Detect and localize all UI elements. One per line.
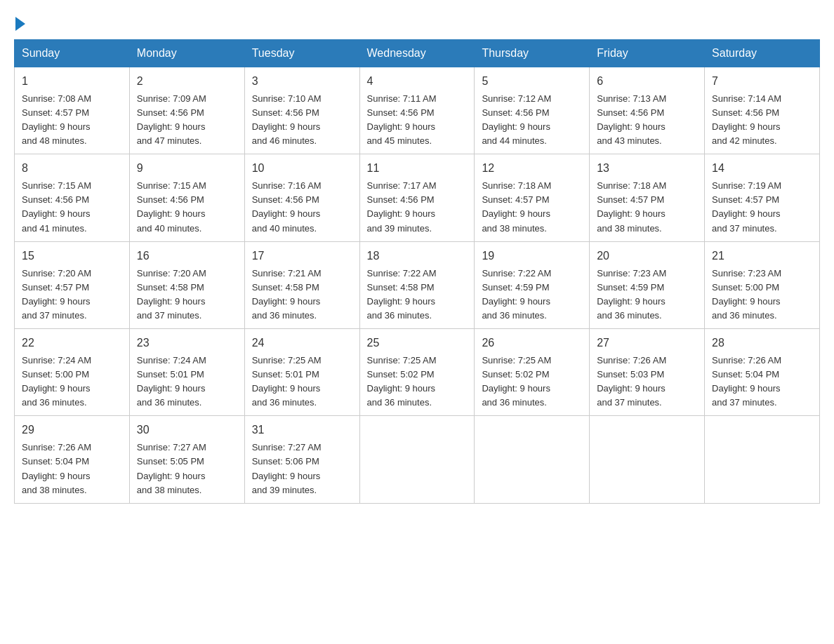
weekday-header-monday: Monday — [129, 40, 244, 67]
day-number: 7 — [712, 73, 812, 90]
day-number: 5 — [482, 73, 582, 90]
weekday-header-saturday: Saturday — [705, 40, 820, 67]
day-number: 26 — [482, 335, 582, 352]
day-number: 2 — [137, 73, 237, 90]
day-number: 17 — [252, 248, 352, 265]
day-number: 4 — [367, 73, 468, 90]
day-info: Sunrise: 7:23 AMSunset: 5:00 PMDaylight:… — [712, 268, 781, 321]
day-number: 15 — [22, 248, 122, 265]
weekday-header-sunday: Sunday — [15, 40, 130, 67]
day-info: Sunrise: 7:20 AMSunset: 4:58 PMDaylight:… — [137, 268, 206, 321]
calendar-cell: 2Sunrise: 7:09 AMSunset: 4:56 PMDaylight… — [129, 67, 244, 154]
day-number: 27 — [597, 335, 697, 352]
day-info: Sunrise: 7:17 AMSunset: 4:56 PMDaylight:… — [367, 180, 437, 233]
day-number: 14 — [712, 160, 812, 177]
day-number: 13 — [597, 160, 697, 177]
week-row-3: 15Sunrise: 7:20 AMSunset: 4:57 PMDayligh… — [15, 241, 820, 328]
day-info: Sunrise: 7:24 AMSunset: 5:00 PMDaylight:… — [22, 355, 91, 408]
calendar-cell: 3Sunrise: 7:10 AMSunset: 4:56 PMDaylight… — [244, 67, 359, 154]
week-row-1: 1Sunrise: 7:08 AMSunset: 4:57 PMDaylight… — [15, 67, 820, 154]
logo-arrow-icon — [15, 17, 25, 31]
day-info: Sunrise: 7:25 AMSunset: 5:02 PMDaylight:… — [367, 355, 437, 408]
day-number: 1 — [22, 73, 122, 90]
day-info: Sunrise: 7:18 AMSunset: 4:57 PMDaylight:… — [482, 180, 551, 233]
day-number: 19 — [482, 248, 582, 265]
weekday-header-thursday: Thursday — [475, 40, 590, 67]
day-number: 28 — [712, 335, 812, 352]
calendar-cell: 25Sunrise: 7:25 AMSunset: 5:02 PMDayligh… — [359, 329, 475, 416]
day-info: Sunrise: 7:14 AMSunset: 4:56 PMDaylight:… — [712, 93, 781, 146]
calendar-cell: 30Sunrise: 7:27 AMSunset: 5:05 PMDayligh… — [129, 416, 244, 503]
day-info: Sunrise: 7:15 AMSunset: 4:56 PMDaylight:… — [22, 180, 91, 233]
calendar-cell: 13Sunrise: 7:18 AMSunset: 4:57 PMDayligh… — [590, 154, 705, 241]
calendar-cell: 5Sunrise: 7:12 AMSunset: 4:56 PMDaylight… — [475, 67, 590, 154]
calendar-cell: 11Sunrise: 7:17 AMSunset: 4:56 PMDayligh… — [359, 154, 475, 241]
weekday-header-wednesday: Wednesday — [359, 40, 475, 67]
calendar-cell: 10Sunrise: 7:16 AMSunset: 4:56 PMDayligh… — [244, 154, 359, 241]
calendar-cell: 16Sunrise: 7:20 AMSunset: 4:58 PMDayligh… — [129, 241, 244, 328]
calendar-cell: 6Sunrise: 7:13 AMSunset: 4:56 PMDaylight… — [590, 67, 705, 154]
calendar-cell: 28Sunrise: 7:26 AMSunset: 5:04 PMDayligh… — [705, 329, 820, 416]
week-row-2: 8Sunrise: 7:15 AMSunset: 4:56 PMDaylight… — [15, 154, 820, 241]
calendar-cell: 9Sunrise: 7:15 AMSunset: 4:56 PMDaylight… — [129, 154, 244, 241]
day-number: 3 — [252, 73, 352, 90]
calendar-cell: 26Sunrise: 7:25 AMSunset: 5:02 PMDayligh… — [475, 329, 590, 416]
day-info: Sunrise: 7:26 AMSunset: 5:04 PMDaylight:… — [712, 355, 781, 408]
day-info: Sunrise: 7:16 AMSunset: 4:56 PMDaylight:… — [252, 180, 322, 233]
calendar-cell: 12Sunrise: 7:18 AMSunset: 4:57 PMDayligh… — [475, 154, 590, 241]
week-row-5: 29Sunrise: 7:26 AMSunset: 5:04 PMDayligh… — [15, 416, 820, 503]
calendar-cell: 14Sunrise: 7:19 AMSunset: 4:57 PMDayligh… — [705, 154, 820, 241]
day-info: Sunrise: 7:25 AMSunset: 5:02 PMDaylight:… — [482, 355, 551, 408]
day-info: Sunrise: 7:21 AMSunset: 4:58 PMDaylight:… — [252, 268, 322, 321]
day-number: 6 — [597, 73, 697, 90]
day-info: Sunrise: 7:11 AMSunset: 4:56 PMDaylight:… — [367, 93, 437, 146]
calendar-cell: 18Sunrise: 7:22 AMSunset: 4:58 PMDayligh… — [359, 241, 475, 328]
day-info: Sunrise: 7:15 AMSunset: 4:56 PMDaylight:… — [137, 180, 206, 233]
weekday-header-row: SundayMondayTuesdayWednesdayThursdayFrid… — [15, 40, 820, 67]
calendar-cell: 21Sunrise: 7:23 AMSunset: 5:00 PMDayligh… — [705, 241, 820, 328]
day-number: 29 — [22, 422, 122, 439]
calendar-cell: 27Sunrise: 7:26 AMSunset: 5:03 PMDayligh… — [590, 329, 705, 416]
calendar-cell — [475, 416, 590, 503]
day-info: Sunrise: 7:26 AMSunset: 5:03 PMDaylight:… — [597, 355, 666, 408]
day-info: Sunrise: 7:13 AMSunset: 4:56 PMDaylight:… — [597, 93, 666, 146]
calendar-cell: 7Sunrise: 7:14 AMSunset: 4:56 PMDaylight… — [705, 67, 820, 154]
day-number: 21 — [712, 248, 812, 265]
calendar-cell: 17Sunrise: 7:21 AMSunset: 4:58 PMDayligh… — [244, 241, 359, 328]
calendar-cell: 15Sunrise: 7:20 AMSunset: 4:57 PMDayligh… — [15, 241, 130, 328]
day-number: 20 — [597, 248, 697, 265]
logo — [14, 14, 25, 28]
day-number: 30 — [137, 422, 237, 439]
calendar-cell: 29Sunrise: 7:26 AMSunset: 5:04 PMDayligh… — [15, 416, 130, 503]
day-info: Sunrise: 7:24 AMSunset: 5:01 PMDaylight:… — [137, 355, 206, 408]
day-info: Sunrise: 7:22 AMSunset: 4:59 PMDaylight:… — [482, 268, 551, 321]
day-number: 10 — [252, 160, 352, 177]
day-number: 16 — [137, 248, 237, 265]
day-number: 18 — [367, 248, 468, 265]
calendar-cell: 19Sunrise: 7:22 AMSunset: 4:59 PMDayligh… — [475, 241, 590, 328]
day-number: 12 — [482, 160, 582, 177]
day-info: Sunrise: 7:27 AMSunset: 5:05 PMDaylight:… — [137, 442, 206, 495]
calendar-cell: 31Sunrise: 7:27 AMSunset: 5:06 PMDayligh… — [244, 416, 359, 503]
day-info: Sunrise: 7:09 AMSunset: 4:56 PMDaylight:… — [137, 93, 206, 146]
day-info: Sunrise: 7:10 AMSunset: 4:56 PMDaylight:… — [252, 93, 322, 146]
day-info: Sunrise: 7:25 AMSunset: 5:01 PMDaylight:… — [252, 355, 322, 408]
day-info: Sunrise: 7:20 AMSunset: 4:57 PMDaylight:… — [22, 268, 91, 321]
weekday-header-friday: Friday — [590, 40, 705, 67]
day-info: Sunrise: 7:19 AMSunset: 4:57 PMDaylight:… — [712, 180, 781, 233]
calendar-cell — [359, 416, 475, 503]
calendar-cell: 20Sunrise: 7:23 AMSunset: 4:59 PMDayligh… — [590, 241, 705, 328]
day-info: Sunrise: 7:27 AMSunset: 5:06 PMDaylight:… — [252, 442, 322, 495]
day-number: 23 — [137, 335, 237, 352]
calendar-cell — [590, 416, 705, 503]
day-info: Sunrise: 7:08 AMSunset: 4:57 PMDaylight:… — [22, 93, 91, 146]
page-header — [14, 14, 820, 28]
day-number: 11 — [367, 160, 468, 177]
day-info: Sunrise: 7:23 AMSunset: 4:59 PMDaylight:… — [597, 268, 666, 321]
day-number: 31 — [252, 422, 352, 439]
day-number: 25 — [367, 335, 468, 352]
weekday-header-tuesday: Tuesday — [244, 40, 359, 67]
calendar-cell: 24Sunrise: 7:25 AMSunset: 5:01 PMDayligh… — [244, 329, 359, 416]
calendar-cell: 4Sunrise: 7:11 AMSunset: 4:56 PMDaylight… — [359, 67, 475, 154]
day-number: 9 — [137, 160, 237, 177]
